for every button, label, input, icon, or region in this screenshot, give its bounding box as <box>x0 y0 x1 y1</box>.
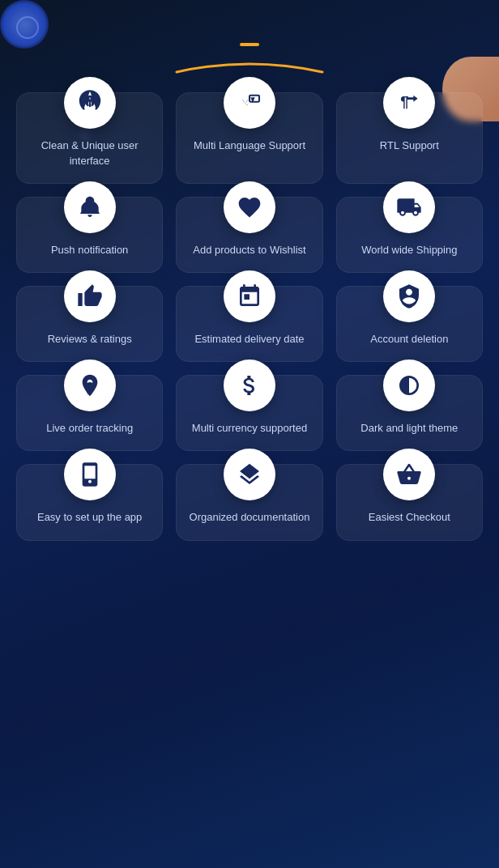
thumbup-icon <box>64 270 116 322</box>
feature-label-multicurrency: Multi currency supported <box>192 421 307 436</box>
features-grid: Clean & Unique user interfaceMulti Langu… <box>16 92 483 540</box>
fingerprint-icon <box>64 77 116 129</box>
currency-icon <box>224 360 275 411</box>
feature-label-easy-setup: Easy to set up the app <box>37 510 142 525</box>
page-title <box>16 24 483 53</box>
feature-label-rtl: RTL Support <box>380 138 439 153</box>
feature-label-shipping: World wide Shipping <box>361 243 457 257</box>
translate-icon <box>224 77 275 129</box>
feature-label-reviews: Reviews & ratings <box>48 332 132 347</box>
feature-label-multilang: Multi Language Support <box>194 138 305 153</box>
feature-card-checkout: Easiest Checkout <box>336 464 483 540</box>
feature-card-rtl: ¶RTL Support <box>336 92 483 183</box>
svg-point-0 <box>88 100 92 103</box>
feature-card-easy-setup: Easy to set up the app <box>16 464 163 540</box>
bell-icon <box>64 181 116 233</box>
feature-card-delivery-date: Estimated delivery date <box>176 286 322 362</box>
feature-card-multicurrency: Multi currency supported <box>176 375 322 451</box>
feature-card-multilang: Multi Language Support <box>176 92 322 183</box>
feature-card-dark-light: Dark and light theme <box>336 375 483 451</box>
feature-card-organized-docs: Organized documentation <box>176 464 322 540</box>
svg-text:¶: ¶ <box>401 94 409 111</box>
layers-icon <box>224 449 275 500</box>
mobile-setup-icon <box>64 449 116 500</box>
feature-card-shipping: World wide Shipping <box>336 197 483 273</box>
underline-arc <box>168 60 331 76</box>
truck-icon <box>383 181 435 233</box>
rtl-icon: ¶ <box>383 77 435 129</box>
heart-icon <box>224 181 275 233</box>
shield-user-icon <box>383 270 435 322</box>
feature-card-live-order: %Live order tracking <box>16 375 163 451</box>
svg-text:%: % <box>87 390 92 396</box>
tracking-icon: % <box>64 360 116 411</box>
feature-label-organized-docs: Organized documentation <box>190 510 310 525</box>
feature-label-clean-ui: Clean & Unique user interface <box>27 138 152 168</box>
feature-card-wishlist: Add products to Wishlist <box>176 197 322 273</box>
theme-icon <box>383 360 435 411</box>
feature-label-dark-light: Dark and light theme <box>360 421 458 436</box>
title-highlight <box>240 43 259 46</box>
page-container: ☾ Clean & Unique user interfaceMulti Lan… <box>0 0 499 573</box>
feature-card-clean-ui: Clean & Unique user interface <box>16 92 163 183</box>
feature-label-delivery-date: Estimated delivery date <box>194 332 304 347</box>
feature-label-checkout: Easiest Checkout <box>369 510 450 525</box>
feature-card-reviews: Reviews & ratings <box>16 286 163 362</box>
feature-card-account-del: Account deletion <box>336 286 483 362</box>
feature-label-account-del: Account deletion <box>370 332 448 347</box>
feature-label-live-order: Live order tracking <box>46 421 133 436</box>
header <box>16 24 483 76</box>
calendar-icon <box>224 270 275 322</box>
basket-icon <box>383 449 435 500</box>
feature-label-push-notif: Push notification <box>51 243 128 257</box>
feature-label-wishlist: Add products to Wishlist <box>193 243 305 257</box>
feature-card-push-notif: Push notification <box>16 197 163 273</box>
